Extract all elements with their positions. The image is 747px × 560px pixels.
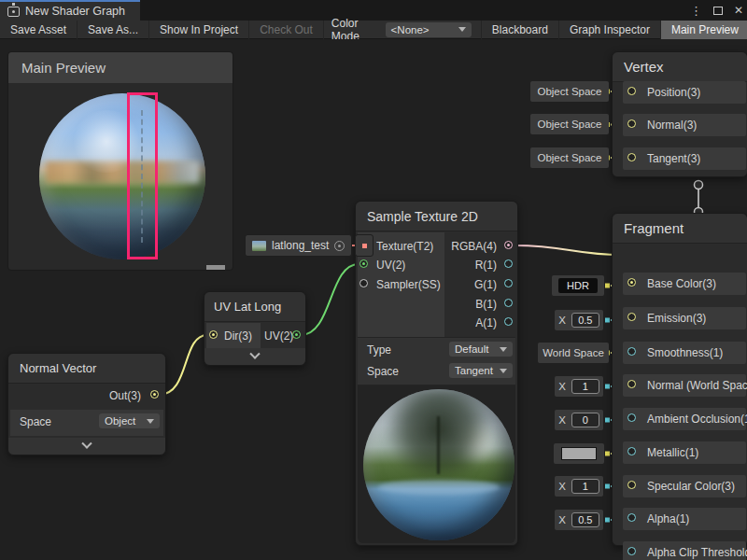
main-preview-toggle[interactable]: Main Preview xyxy=(661,21,747,39)
alpha-clip-field[interactable]: X 0.5 xyxy=(555,510,603,530)
stub-dot xyxy=(605,452,610,456)
port-metallic[interactable] xyxy=(627,447,636,455)
vertex-row-tangent[interactable]: Tangent(3) xyxy=(623,147,746,170)
port-r-output[interactable] xyxy=(504,259,513,268)
port-alpha-clip-threshold[interactable] xyxy=(627,547,636,555)
fragment-row-basecolor[interactable]: Base Color(3) xyxy=(623,273,746,295)
port-uv-input[interactable] xyxy=(359,259,368,268)
graph-inspector-toggle[interactable]: Graph Inspector xyxy=(559,21,661,39)
port-specular-color[interactable] xyxy=(627,481,636,489)
port-out-output[interactable] xyxy=(150,390,159,399)
fragment-row-metallic[interactable]: Metallic(1) xyxy=(623,441,746,464)
ambient-occlusion-field[interactable]: X 1 xyxy=(555,376,603,397)
collapse-bar[interactable] xyxy=(8,438,165,455)
port-normal[interactable] xyxy=(627,119,636,128)
kebab-menu-icon[interactable]: ⋮ xyxy=(690,4,702,18)
port-ambient-occlusion[interactable] xyxy=(627,413,636,422)
panel-resize-grip[interactable] xyxy=(206,265,225,270)
maximize-icon[interactable] xyxy=(713,7,723,15)
fragment-row-specular[interactable]: Specular Color(3) xyxy=(623,475,746,497)
tab-new-shader-graph[interactable]: New Shader Graph xyxy=(0,0,140,21)
main-preview-panel[interactable]: Main Preview xyxy=(7,51,233,271)
color-swatch[interactable] xyxy=(561,447,597,460)
sample-texture-preview xyxy=(358,385,515,543)
port-base-color[interactable] xyxy=(627,278,636,287)
port-sampler-input[interactable] xyxy=(359,279,368,287)
port-normal-world-space[interactable] xyxy=(627,380,636,388)
texture-thumbnail-icon xyxy=(252,241,266,251)
port-dir-input[interactable] xyxy=(209,330,218,339)
normal-space-dropdown-ws[interactable]: World Space xyxy=(538,343,609,363)
graph-canvas[interactable]: Main Preview Vertex Position(3) xyxy=(0,39,747,560)
chevron-down-icon xyxy=(500,347,507,352)
property-node-latlong-test[interactable]: latlong_test xyxy=(245,234,374,257)
preview-toggle-icon[interactable] xyxy=(334,241,345,251)
alpha-field[interactable]: X 1 xyxy=(555,476,603,497)
stub-dot xyxy=(605,518,610,523)
texture-preview-sphere xyxy=(363,389,514,540)
color-mode-value: <None> xyxy=(391,24,430,35)
port-alpha[interactable] xyxy=(627,513,636,522)
fragment-row-alpha[interactable]: Alpha(1) xyxy=(623,508,746,530)
emission-hdr-field[interactable]: HDR xyxy=(552,275,604,296)
main-preview-body xyxy=(8,83,233,270)
sample-texture-2d-node[interactable]: Sample Texture 2D Texture(T2) UV(2) Samp… xyxy=(355,201,518,546)
stub-dot xyxy=(605,385,610,389)
fragment-row-alphaclip[interactable]: Alpha Clip Threshold(1) xyxy=(623,541,746,560)
vertex-node[interactable]: Vertex Position(3) Normal(3) Tangent(3) xyxy=(612,51,747,177)
vertex-row-normal[interactable]: Normal(3) xyxy=(623,114,746,136)
tab-title: New Shader Graph xyxy=(25,5,125,18)
space-dropdown[interactable]: Tangent xyxy=(449,363,513,378)
fragment-row-ao[interactable]: Ambient Occlusion(1) xyxy=(623,408,746,430)
port-g-output[interactable] xyxy=(504,279,513,287)
window-controls: ⋮ ✕ xyxy=(690,0,743,21)
type-dropdown[interactable]: Default xyxy=(449,342,513,357)
tangent-space-dropdown[interactable]: Object Space xyxy=(530,147,609,168)
fragment-row-emission[interactable]: Emission(3) xyxy=(623,307,746,329)
main-preview-header[interactable]: Main Preview xyxy=(8,52,233,83)
normal-space-dropdown[interactable]: Object xyxy=(99,413,160,428)
vertex-row-position[interactable]: Position(3) xyxy=(623,81,746,104)
chevron-down-icon xyxy=(458,27,466,32)
fragment-row-smoothness[interactable]: Smoothness(1) xyxy=(623,342,746,364)
specular-color-swatch[interactable] xyxy=(554,443,604,464)
port-a-output[interactable] xyxy=(504,317,513,326)
port-rgba-output[interactable] xyxy=(504,241,513,249)
fragment-row-normalws[interactable]: Normal (World Space)(3) xyxy=(623,374,746,397)
type-label: Type xyxy=(367,343,391,357)
collapse-bar[interactable] xyxy=(204,348,305,365)
chevron-down-icon xyxy=(147,419,154,424)
wire-rgba-to-basecolor[interactable] xyxy=(514,245,622,255)
property-output-port[interactable] xyxy=(355,234,374,257)
metallic-field[interactable]: X 0 xyxy=(555,410,603,430)
port-b-output[interactable] xyxy=(504,299,513,307)
property-pill[interactable]: latlong_test xyxy=(245,234,352,257)
uv-input-label: UV(2) xyxy=(376,259,405,272)
save-asset-button[interactable]: Save Asset xyxy=(0,21,78,39)
color-mode-dropdown[interactable]: <None> xyxy=(386,22,472,37)
save-as-button[interactable]: Save As... xyxy=(78,21,149,39)
chevron-down-icon xyxy=(81,439,92,449)
uv-lat-long-title: UV Lat Long xyxy=(204,292,305,322)
port-smoothness[interactable] xyxy=(627,347,636,356)
blackboard-toggle[interactable]: Blackboard xyxy=(481,21,559,39)
selection-rectangle xyxy=(127,92,158,259)
show-in-project-button[interactable]: Show In Project xyxy=(149,21,249,39)
preview-tree-trunk xyxy=(437,416,440,474)
port-position[interactable] xyxy=(627,87,636,95)
stub-dot xyxy=(605,318,610,323)
position-space-dropdown[interactable]: Object Space xyxy=(530,81,609,102)
sampler-input-label: Sampler(SS) xyxy=(376,278,441,291)
port-tangent[interactable] xyxy=(627,153,636,161)
out-output-label: Out(3) xyxy=(109,389,141,402)
port-uv-output[interactable] xyxy=(292,330,301,339)
port-emission[interactable] xyxy=(627,313,636,321)
fragment-node[interactable]: Fragment Base Color(3) Emission(3) Smoot… xyxy=(612,213,747,546)
smoothness-field[interactable]: X 0.5 xyxy=(555,310,603,330)
normal-vector-node[interactable]: Normal Vector Out(3) Space Object xyxy=(7,353,166,455)
wire-uvlatlong-to-uv[interactable] xyxy=(301,264,359,335)
close-icon[interactable]: ✕ xyxy=(734,4,743,17)
normal-space-dropdown[interactable]: Object Space xyxy=(530,114,609,134)
uv-lat-long-node[interactable]: UV Lat Long Dir(3) UV(2) xyxy=(204,291,306,366)
stack-link-top-circle[interactable] xyxy=(695,181,703,189)
